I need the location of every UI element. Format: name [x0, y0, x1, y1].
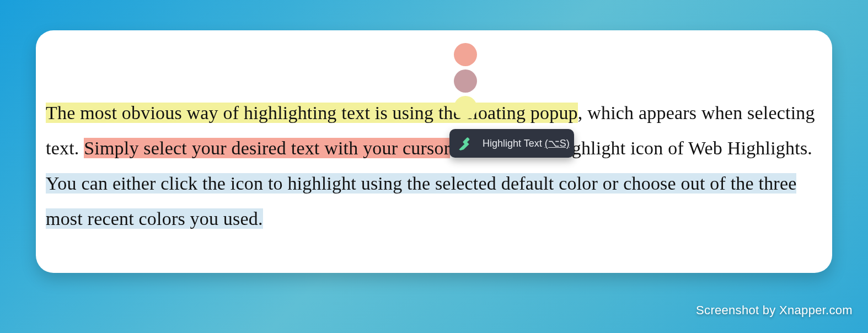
highlight-span-yellow[interactable]: The most obvious way of highlighting tex… — [46, 103, 578, 123]
body-paragraph: The most obvious way of highlighting tex… — [46, 95, 822, 237]
color-dot-2[interactable] — [454, 69, 477, 93]
highlight-popup: Highlight Text (⌥S) — [449, 129, 574, 158]
content-card: The most obvious way of highlighting tex… — [36, 30, 832, 273]
color-dot-3[interactable] — [454, 96, 477, 119]
highlight-span-blue[interactable]: You can either click the icon to highlig… — [46, 173, 796, 229]
recent-colors-stack — [454, 43, 477, 122]
watermark: Screenshot by Xnapper.com — [696, 303, 853, 318]
color-dot-1[interactable] — [454, 43, 477, 66]
highlighter-icon[interactable] — [454, 132, 478, 154]
popup-label-text: Highlight Text — [483, 138, 542, 149]
popup-shortcut: (⌥S) — [545, 138, 570, 149]
popup-label: Highlight Text (⌥S) — [483, 137, 570, 149]
highlight-span-pink[interactable]: Simply select your desired text with you… — [84, 138, 450, 158]
